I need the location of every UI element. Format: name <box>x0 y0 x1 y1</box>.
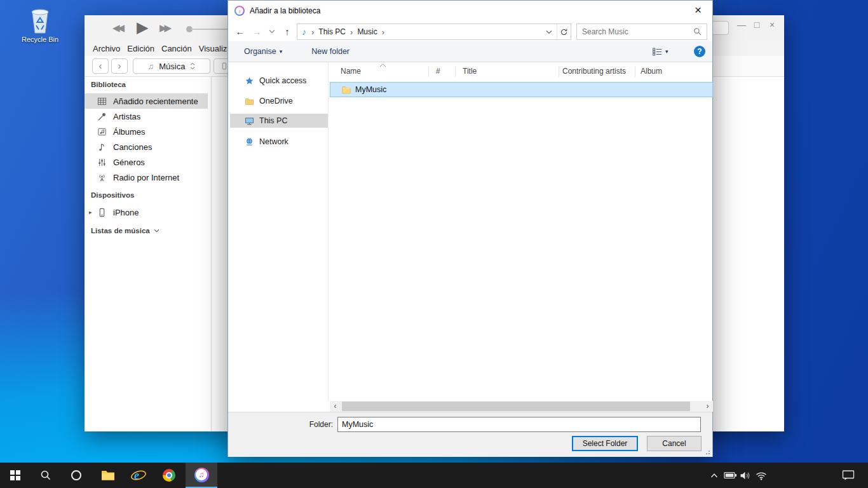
playlists-header-label: Listas de música <box>91 227 150 234</box>
view-options-button[interactable]: ▾ <box>653 48 668 56</box>
sidebar-item-recently-added[interactable]: Añadido recientemente <box>85 93 208 109</box>
close-button[interactable]: × <box>764 17 780 32</box>
playlists-section-header[interactable]: Listas de música <box>91 227 159 234</box>
wifi-icon <box>756 471 767 480</box>
menu-archivo[interactable]: Archivo <box>93 44 120 53</box>
column-separator[interactable] <box>428 66 429 77</box>
itunes-taskbar-button[interactable]: ♫ <box>186 463 217 488</box>
address-dropdown-chevron-icon[interactable] <box>546 30 552 34</box>
sidebar-item-iphone[interactable]: ▸ iPhone <box>85 205 208 220</box>
breadcrumb-this-pc[interactable]: This PC <box>316 27 348 36</box>
sidebar-item-songs[interactable]: Canciones <box>85 139 208 154</box>
search-input[interactable] <box>577 27 693 36</box>
sidebar-item-label: Álbumes <box>113 127 146 137</box>
menu-edicion[interactable]: Edición <box>127 44 154 53</box>
select-folder-button[interactable]: Select Folder <box>572 436 638 451</box>
column-header-title[interactable]: Title <box>455 64 559 79</box>
taskbar-search-button[interactable] <box>31 463 61 488</box>
sidebar-item-internet-radio[interactable]: Radio por Internet <box>85 170 208 185</box>
nav-pane-onedrive[interactable]: OneDrive <box>230 94 328 108</box>
pane-separator[interactable] <box>328 62 329 400</box>
iphone-icon <box>97 208 107 217</box>
column-header-album[interactable]: Album <box>635 64 713 79</box>
nav-pane-label: OneDrive <box>259 97 293 105</box>
next-track-button[interactable]: ▶▶ <box>159 22 169 34</box>
search-icon[interactable] <box>693 27 702 36</box>
internet-explorer-button[interactable]: e <box>123 463 154 488</box>
album-icon <box>97 127 107 137</box>
breadcrumb-music[interactable]: Music <box>355 27 379 36</box>
nav-pane-label: This PC <box>259 116 287 125</box>
nav-pane-network[interactable]: Network <box>230 135 328 149</box>
dialog-titlebar[interactable]: ♪ Añadir a la biblioteca <box>228 1 712 21</box>
column-label: Title <box>463 67 477 76</box>
column-header-name[interactable]: Name <box>330 64 428 79</box>
up-button[interactable]: ↑ <box>279 26 295 37</box>
tray-volume[interactable] <box>737 463 754 488</box>
recent-locations-chevron-icon[interactable] <box>269 29 275 34</box>
itunes-back-button[interactable]: ‹ <box>92 58 109 74</box>
scrollbar-thumb[interactable] <box>342 402 690 411</box>
this-pc-monitor-icon <box>245 116 254 126</box>
tray-show-hidden-icons[interactable] <box>707 463 722 488</box>
chevron-down-icon <box>154 229 159 233</box>
menu-cancion[interactable]: Canción <box>161 44 192 53</box>
chevron-up-icon <box>710 473 718 478</box>
file-row-mymusic[interactable]: MyMusic <box>330 82 713 97</box>
scroll-left-arrow[interactable]: ‹ <box>330 401 341 412</box>
file-explorer-button[interactable] <box>93 463 123 488</box>
scroll-right-arrow[interactable]: › <box>702 401 713 412</box>
minimize-button[interactable]: — <box>734 17 749 32</box>
media-picker-dropdown[interactable]: ♫ Música <box>133 58 210 74</box>
itunes-forward-button[interactable]: › <box>111 58 128 74</box>
cancel-button[interactable]: Cancel <box>647 436 702 451</box>
previous-track-button[interactable]: ◀◀ <box>112 22 122 34</box>
chrome-button[interactable] <box>154 463 184 488</box>
search-box[interactable] <box>576 24 707 40</box>
back-button[interactable]: ← <box>232 26 248 37</box>
resize-grip[interactable] <box>705 449 710 455</box>
sidebar-item-artists[interactable]: Artistas <box>85 109 208 124</box>
recycle-bin-desktop-icon[interactable]: Recycle Bin <box>18 5 62 43</box>
column-header-contributing-artists[interactable]: Contributing artists <box>559 64 635 79</box>
breadcrumb-separator: › <box>309 27 316 37</box>
media-picker-label: Música <box>159 62 185 71</box>
action-center-button[interactable] <box>839 463 858 488</box>
folder-name-input[interactable] <box>337 417 701 432</box>
nav-pane-this-pc[interactable]: This PC <box>230 114 328 128</box>
up-down-chevron-icon <box>190 62 195 70</box>
sidebar-item-label: Artistas <box>113 112 140 121</box>
column-label: Name <box>341 67 361 76</box>
new-folder-button[interactable]: New folder <box>311 47 349 56</box>
refresh-button[interactable] <box>557 24 571 39</box>
cortana-circle-icon <box>71 470 81 480</box>
horizontal-scrollbar[interactable]: ‹ › <box>330 401 713 412</box>
internet-explorer-icon: e <box>130 468 147 483</box>
play-button[interactable]: ▶ <box>137 18 148 36</box>
recycle-bin-label: Recycle Bin <box>18 36 62 43</box>
start-button[interactable] <box>0 463 31 488</box>
expand-arrow-icon[interactable]: ▸ <box>89 209 92 215</box>
column-header-number[interactable]: # <box>428 64 455 79</box>
itunes-icon: ♫ <box>194 468 209 482</box>
organise-dropdown[interactable]: Organise ▾ <box>244 47 282 56</box>
forward-button[interactable]: → <box>248 26 265 37</box>
column-separator[interactable] <box>455 66 456 77</box>
sidebar-item-genres[interactable]: Géneros <box>85 154 208 170</box>
maximize-button[interactable]: □ <box>749 17 764 32</box>
help-button[interactable]: ? <box>694 46 705 57</box>
column-separator[interactable] <box>635 66 635 77</box>
grid-icon <box>97 97 107 106</box>
cortana-button[interactable] <box>61 463 92 488</box>
details-view-icon <box>653 48 662 56</box>
breadcrumb-separator: › <box>380 27 386 37</box>
column-separator[interactable] <box>559 66 559 77</box>
nav-pane-quick-access[interactable]: Quick access <box>230 74 328 88</box>
folder-label: Folder: <box>279 420 333 429</box>
tray-battery[interactable] <box>722 463 738 488</box>
library-section-header: Biblioteca <box>91 81 126 88</box>
tray-wifi[interactable] <box>752 463 770 488</box>
address-bar[interactable]: ♪ › This PC › Music › <box>297 24 571 40</box>
dialog-close-button[interactable]: × <box>684 1 712 20</box>
sidebar-item-albums[interactable]: Álbumes <box>85 124 208 139</box>
